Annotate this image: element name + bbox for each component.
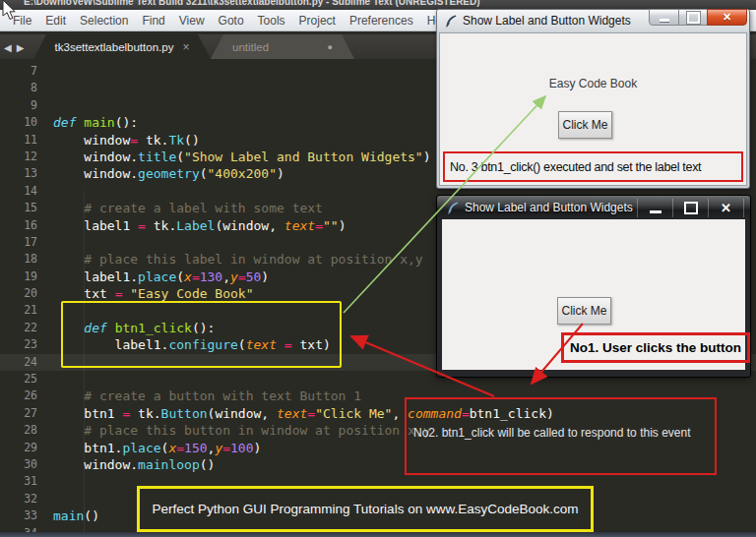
tab-untitled[interactable]: untitled ● xyxy=(211,34,354,59)
banner-text: Perfect Python GUI Programming Tutorials… xyxy=(153,502,579,516)
nav-back-icon[interactable]: ◀ xyxy=(4,42,12,53)
minimize-icon xyxy=(660,19,669,22)
minimize-button[interactable] xyxy=(637,199,672,217)
line-number: 18 xyxy=(0,251,37,268)
tk-window-1-caption-buttons: ✕ xyxy=(649,9,747,26)
maximize-icon xyxy=(684,202,698,214)
dirty-dot-icon: ● xyxy=(328,42,333,52)
line-number: 12 xyxy=(0,149,37,165)
line-number: 11 xyxy=(0,132,37,149)
line-number: 28 xyxy=(0,422,37,439)
tk-window-1-client: Easy Code Book Click Me No. 3 btn1_click… xyxy=(439,32,747,186)
code-text: window.title("Show Label and Button Widg… xyxy=(53,149,431,165)
code-text: txt = "Easy Code Book" xyxy=(53,285,254,302)
nav-forward-icon[interactable]: ▶ xyxy=(17,42,25,53)
tk-window-2-client: Click Me No1. User clicks the button xyxy=(442,219,745,370)
menu-file[interactable]: File xyxy=(6,14,38,28)
line-number: 17 xyxy=(0,234,37,251)
tk-feather-icon xyxy=(445,15,457,28)
tk-label1-text: Easy Code Book xyxy=(440,77,746,90)
menu-tools[interactable]: Tools xyxy=(251,14,292,28)
code-text: label1 = tk.Label(window, text="") xyxy=(53,217,346,234)
code-text: window.geometry("400x200") xyxy=(53,165,284,182)
close-button[interactable]: ✕ xyxy=(708,199,744,217)
line-number: 9 xyxy=(0,97,37,114)
tk-window-2-caption-buttons: ✕ xyxy=(637,199,744,217)
screen: E:\DownloVeW\Sublime Text Build 3211\tk3… xyxy=(0,0,756,537)
menu-preferences[interactable]: Preferences xyxy=(343,14,420,28)
line-number: 25 xyxy=(0,371,37,388)
yellow-highlight-box-btn1-click xyxy=(61,301,342,368)
code-text: def main(): xyxy=(53,114,138,131)
line-number: 13 xyxy=(0,165,37,182)
code-text: window.mainloop() xyxy=(53,456,215,473)
line-number: 29 xyxy=(0,440,37,456)
click-me-button[interactable]: Click Me xyxy=(557,297,611,325)
maximize-button[interactable] xyxy=(672,199,708,217)
close-icon: ✕ xyxy=(723,11,731,24)
line-number: 8 xyxy=(0,80,37,96)
line-number: 21 xyxy=(0,302,37,319)
no3-text: No. 3 btn1_click() executed and set the … xyxy=(450,160,701,174)
line-number: 23 xyxy=(0,336,37,353)
tk-feather-icon xyxy=(447,202,459,214)
menu-view[interactable]: View xyxy=(172,14,212,28)
menu-goto[interactable]: Goto xyxy=(212,14,251,28)
line-number: 7 xyxy=(0,63,37,80)
banner-box: Perfect Python GUI Programming Tutorials… xyxy=(137,486,594,532)
no1-text: No1. User clicks the button xyxy=(570,340,741,355)
menu-edit[interactable]: Edit xyxy=(38,14,73,28)
tk-window-2[interactable]: Show Label and Button Widgets ✕ Click Me… xyxy=(436,195,751,378)
code-text: # place this label in window at position… xyxy=(53,251,423,268)
tab-close-icon[interactable]: × xyxy=(182,40,189,54)
menu-find[interactable]: Find xyxy=(135,14,171,28)
no2-text: No2. btn1_click will be called to respon… xyxy=(413,426,691,440)
menu-project[interactable]: Project xyxy=(292,14,343,28)
line-number: 30 xyxy=(0,456,37,473)
line-number: 10 xyxy=(0,114,37,131)
tab-active-file[interactable]: tk3settextlabelbutton.py × xyxy=(33,34,211,59)
click-me-button[interactable]: Click Me xyxy=(558,111,612,139)
maximize-button[interactable] xyxy=(678,9,708,26)
minimize-button[interactable] xyxy=(649,9,679,26)
line-number: 22 xyxy=(0,320,37,336)
tk-window-1[interactable]: Show Label and Button Widgets ✕ Easy Cod… xyxy=(436,9,750,189)
code-text: main() xyxy=(53,507,99,524)
window-title: E:\DownloVeW\Sublime Text Build 3211\tk3… xyxy=(24,0,480,7)
code-text: label1.place(x=130,y=50) xyxy=(53,268,269,285)
tab-label: tk3settextlabelbutton.py xyxy=(55,41,174,53)
line-number: 27 xyxy=(0,405,37,422)
line-number: 16 xyxy=(0,217,37,234)
bottom-edge xyxy=(0,532,756,537)
line-number: 33 xyxy=(0,507,37,524)
line-number: 32 xyxy=(0,491,37,507)
red-annotation-box-no3: No. 3 btn1_click() executed and set the … xyxy=(443,151,743,182)
close-icon: ✕ xyxy=(721,201,731,215)
tab-label: untitled xyxy=(232,41,269,53)
code-text: # place this button in window at positio… xyxy=(53,422,431,439)
code-text: # create a label with some text xyxy=(53,200,323,216)
line-number: 31 xyxy=(0,473,37,490)
line-number: 20 xyxy=(0,285,37,302)
line-number: 14 xyxy=(0,183,37,200)
menu-selection[interactable]: Selection xyxy=(73,14,135,28)
maximize-icon xyxy=(687,12,700,24)
line-number: 24 xyxy=(0,354,37,371)
close-button[interactable]: ✕ xyxy=(707,9,747,26)
line-number: 15 xyxy=(0,200,37,216)
line-number: 26 xyxy=(0,388,37,404)
red-annotation-box-no1: No1. User clicks the button xyxy=(561,332,750,363)
line-number: 19 xyxy=(0,268,37,285)
code-text: # create a button with text Button 1 xyxy=(53,388,361,404)
code-text: window= tk.Tk() xyxy=(53,132,200,149)
tk-window-2-title: Show Label and Button Widgets xyxy=(465,201,633,214)
red-annotation-box-no2: No2. btn1_click will be called to respon… xyxy=(405,397,717,475)
code-text: btn1.place(x=150,y=100) xyxy=(53,440,261,456)
tk-window-1-title: Show Label and Button Widgets xyxy=(463,14,631,28)
minimize-icon xyxy=(650,210,662,213)
